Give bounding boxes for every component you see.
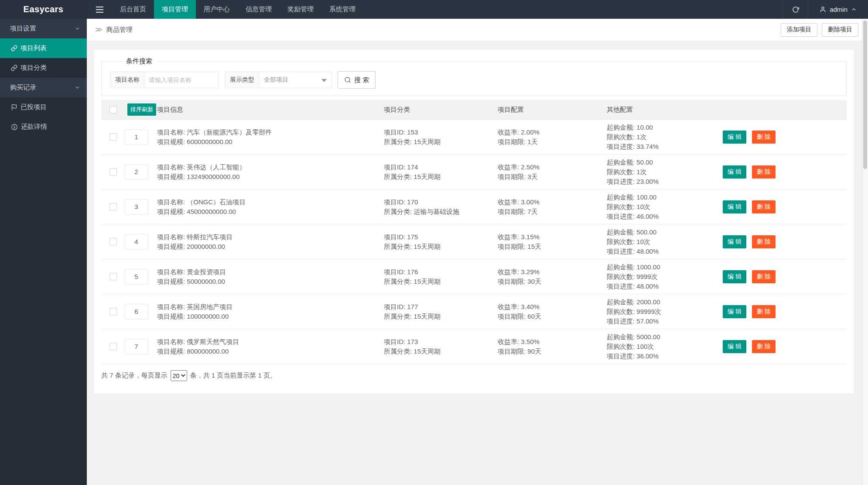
delete-button[interactable]: 删 除 xyxy=(752,340,776,353)
sort-refresh-button[interactable]: 排序刷新 xyxy=(127,103,156,116)
sort-order-input[interactable] xyxy=(125,304,148,320)
project-info-cell: 项目名称: 黄金投资项目 项目规模: 50000000.00 xyxy=(157,267,384,286)
svg-text:$: $ xyxy=(13,125,15,129)
link-icon xyxy=(11,65,17,71)
progress-text: 项目进度: 48.00% xyxy=(607,247,723,256)
project-name-input[interactable] xyxy=(144,72,219,88)
pagination-suffix: 条，共 1 页当前显示第 1 页。 xyxy=(190,371,277,380)
edit-button[interactable]: 编 辑 xyxy=(723,235,746,248)
nav-item-system[interactable]: 系统管理 xyxy=(321,0,363,19)
project-period-text: 项目期限: 90天 xyxy=(498,347,607,356)
delete-button[interactable]: 删 除 xyxy=(752,165,776,179)
project-period-text: 项目期限: 7天 xyxy=(498,207,607,217)
edit-button[interactable]: 编 辑 xyxy=(723,131,746,144)
project-name-text: 项目名称: 英伟达（人工智能） xyxy=(157,162,384,172)
sort-order-input[interactable] xyxy=(125,129,148,145)
delete-button[interactable]: 删 除 xyxy=(752,305,776,318)
edit-button[interactable]: 编 辑 xyxy=(723,165,746,179)
row-checkbox[interactable] xyxy=(109,203,117,210)
nav-item-info[interactable]: 信息管理 xyxy=(238,0,280,19)
nav-item-users[interactable]: 用户中心 xyxy=(196,0,238,19)
sidebar-item-project-list[interactable]: 项目列表 xyxy=(0,38,87,58)
row-checkbox[interactable] xyxy=(109,168,117,175)
purchase-limit-text: 限购次数: 9999次 xyxy=(607,272,723,282)
project-scale-text: 项目规模: 50000000.00 xyxy=(157,277,384,286)
add-project-button[interactable]: 添加项目 xyxy=(781,23,817,37)
project-scale-text: 项目规模: 100000000.00 xyxy=(157,312,384,321)
project-config-cell: 收益率: 3.15% 项目期限: 15天 xyxy=(498,232,607,251)
delete-button[interactable]: 删 除 xyxy=(752,131,776,144)
project-category-cell: 项目ID: 153 所属分类: 15天周期 xyxy=(384,127,498,147)
pagination-bar: 共 7 条记录，每页显示 20 条，共 1 页当前显示第 1 页。 xyxy=(101,370,847,381)
project-info-cell: 项目名称: （ONGC）石油项目 项目规模: 45000000000.00 xyxy=(157,197,384,217)
table-row: 项目名称: （ONGC）石油项目 项目规模: 45000000000.00 项目… xyxy=(101,189,847,224)
project-category-text: 所属分类: 15天周期 xyxy=(384,242,498,251)
scrollbar-thumb[interactable] xyxy=(863,21,867,169)
row-checkbox[interactable] xyxy=(109,238,117,245)
delete-button[interactable]: 删 除 xyxy=(752,235,776,248)
project-scale-text: 项目规模: 6000000000.00 xyxy=(157,137,384,147)
purchase-limit-text: 限购次数: 99999次 xyxy=(607,307,723,316)
edit-button[interactable]: 编 辑 xyxy=(723,305,746,318)
sidebar-item-label: 项目列表 xyxy=(21,44,47,52)
sidebar-item-project-category[interactable]: 项目分类 xyxy=(0,58,87,78)
refresh-button[interactable] xyxy=(783,0,808,19)
header-other-config: 其他配置 xyxy=(607,106,723,114)
search-button[interactable]: 搜 索 xyxy=(338,71,376,89)
chevron-up-icon xyxy=(851,7,857,12)
project-config-cell: 收益率: 2.00% 项目期限: 1天 xyxy=(498,127,607,147)
purchase-limit-text: 限购次数: 1次 xyxy=(607,132,723,142)
yield-rate-text: 收益率: 3.40% xyxy=(498,302,607,312)
project-period-text: 项目期限: 1天 xyxy=(498,137,607,147)
row-checkbox[interactable] xyxy=(109,308,117,315)
row-checkbox[interactable] xyxy=(109,343,117,350)
yield-rate-text: 收益率: 2.00% xyxy=(498,127,607,137)
search-panel: 条件搜索 项目名称 展示类型 全部项目 搜 索 xyxy=(101,57,847,96)
project-info-cell: 项目名称: 英国房地产项目 项目规模: 100000000.00 xyxy=(157,302,384,321)
sort-order-input[interactable] xyxy=(125,234,148,250)
project-id-text: 项目ID: 175 xyxy=(384,232,498,242)
row-checkbox[interactable] xyxy=(109,133,117,141)
sort-order-input[interactable] xyxy=(125,339,148,354)
select-all-checkbox[interactable] xyxy=(109,106,117,114)
project-scale-text: 项目规模: 132490000000.00 xyxy=(157,172,384,182)
edit-button[interactable]: 编 辑 xyxy=(723,200,746,213)
sort-order-input[interactable] xyxy=(125,164,148,180)
display-type-label: 展示类型 xyxy=(225,72,259,88)
sidebar-item-repayment-details[interactable]: $ 还款详情 xyxy=(0,117,87,137)
page-size-select[interactable]: 20 xyxy=(171,370,187,381)
other-config-cell: 起购金额: 100.00 限购次数: 10次 项目进度: 46.00% xyxy=(607,193,723,221)
nav-item-projects[interactable]: 项目管理 xyxy=(154,0,196,19)
collapse-menu-button[interactable] xyxy=(87,0,112,19)
search-panel-legend: 条件搜索 xyxy=(122,57,157,65)
table-row: 项目名称: 黄金投资项目 项目规模: 50000000.00 项目ID: 176… xyxy=(101,259,847,294)
sort-order-input[interactable] xyxy=(125,199,148,215)
edit-button[interactable]: 编 辑 xyxy=(723,340,746,353)
display-type-select[interactable]: 全部项目 xyxy=(259,72,332,88)
chevron-down-icon xyxy=(75,85,80,90)
delete-button[interactable]: 删 除 xyxy=(752,200,776,213)
purchase-limit-text: 限购次数: 10次 xyxy=(607,237,723,247)
page-scrollbar[interactable] xyxy=(862,19,868,485)
sidebar-group-project-settings[interactable]: 项目设置 xyxy=(0,19,87,38)
user-menu[interactable]: admin xyxy=(808,0,868,19)
delete-button[interactable]: 删 除 xyxy=(752,270,776,283)
row-checkbox[interactable] xyxy=(109,273,117,280)
project-name-text: 项目名称: 特斯拉汽车项目 xyxy=(157,232,384,242)
link-icon xyxy=(11,45,17,52)
sidebar-item-invested-projects[interactable]: 已投项目 xyxy=(0,97,87,117)
sort-order-input[interactable] xyxy=(125,269,148,285)
table-row: 项目名称: 特斯拉汽车项目 项目规模: 20000000.00 项目ID: 17… xyxy=(101,224,847,259)
delete-project-button[interactable]: 删除项目 xyxy=(822,23,858,37)
project-name-text: 项目名称: 俄罗斯天然气项目 xyxy=(157,337,384,347)
nav-item-rewards[interactable]: 奖励管理 xyxy=(280,0,321,19)
user-icon xyxy=(820,6,826,13)
project-category-cell: 项目ID: 176 所属分类: 15天周期 xyxy=(384,267,498,286)
sidebar-group-purchase-records[interactable]: 购买记录 xyxy=(0,78,87,97)
table-row: 项目名称: 俄罗斯天然气项目 项目规模: 800000000.00 项目ID: … xyxy=(101,329,847,364)
edit-button[interactable]: 编 辑 xyxy=(723,270,746,283)
min-purchase-text: 起购金额: 1000.00 xyxy=(607,262,723,272)
project-name-label: 项目名称 xyxy=(110,72,144,88)
nav-item-home[interactable]: 后台首页 xyxy=(112,0,154,19)
project-id-text: 项目ID: 153 xyxy=(384,127,498,137)
